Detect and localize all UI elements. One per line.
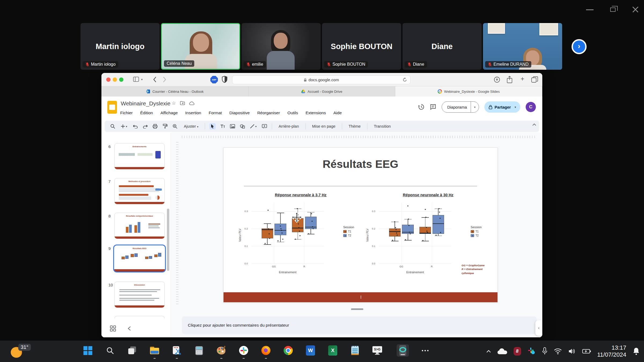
privacy-shield-icon[interactable] — [222, 76, 228, 83]
word-button[interactable]: W — [304, 344, 317, 357]
transition-button[interactable]: Transition — [372, 123, 393, 130]
menu-item[interactable]: Insertion — [185, 110, 201, 115]
slide-thumbnail-partial[interactable] — [114, 316, 165, 319]
excel-button[interactable]: X — [327, 344, 339, 357]
url-field[interactable]: docs.google.com — [232, 75, 411, 84]
tray-red-app-icon[interactable]: 8 — [514, 347, 521, 356]
notepad-button[interactable] — [349, 344, 361, 357]
share-button[interactable]: Partager ▾ — [484, 101, 520, 113]
traffic-light-close[interactable] — [106, 77, 111, 82]
more-apps-button[interactable] — [419, 344, 431, 357]
menu-item[interactable]: Diapositive — [229, 110, 250, 115]
file-explorer-button[interactable] — [148, 344, 161, 357]
new-tab-icon[interactable]: + — [521, 75, 524, 83]
slide-thumbnail-7[interactable]: Méthodes et procédure — [114, 178, 165, 204]
filmstrip-scrollbar[interactable] — [167, 209, 169, 271]
slide-thumbnail-10[interactable]: Discussion — [114, 282, 165, 308]
cloud-status-icon[interactable] — [189, 101, 195, 105]
tray-slack-icon[interactable] — [528, 347, 536, 355]
notification-bell-icon[interactable] — [633, 347, 640, 355]
slide-thumbnail-9[interactable]: Résultats EEG — [113, 245, 166, 272]
layout-button[interactable]: Mise en page — [310, 123, 338, 130]
participant-tile-emilie[interactable]: emilie — [241, 23, 321, 70]
weather-widget[interactable]: 31° — [4, 343, 45, 359]
fit-zoom-select[interactable]: Ajuster ▾ — [182, 123, 200, 130]
downloads-icon[interactable] — [494, 76, 500, 83]
participant-tile-emeline[interactable]: Emeline DURAND — [483, 23, 562, 70]
firefox-button[interactable] — [260, 344, 272, 357]
menu-item[interactable]: Outils — [287, 110, 298, 115]
boxplot-chart-30hz[interactable]: Valeur PLV 0.00.10.20.3GGR Entrainement … — [367, 200, 489, 276]
share-dropdown-icon[interactable]: ▾ — [513, 106, 518, 109]
speaker-notes-panel[interactable]: Cliquez pour ajouter les commentaires du… — [182, 316, 537, 334]
next-participants-button[interactable]: › — [572, 39, 587, 54]
collapse-notes-icon[interactable]: ‹ — [535, 320, 542, 336]
collapse-menus-icon[interactable] — [532, 123, 536, 126]
star-icon[interactable]: ☆ — [172, 100, 176, 106]
boxplot-chart-3-7hz[interactable]: Valeur PLV 0.00.10.20.3GGR Entrainement … — [240, 200, 362, 276]
slide-title[interactable]: Résultats EEG — [224, 158, 497, 171]
theme-button[interactable]: Thème — [346, 123, 363, 130]
insert-line-icon[interactable]: ▾ — [249, 123, 258, 130]
task-view-button[interactable] — [126, 344, 138, 357]
back-icon[interactable] — [153, 76, 157, 83]
minimize-window-icon[interactable] — [586, 9, 594, 10]
clock[interactable]: 13:17 11/07/2024 — [597, 344, 626, 358]
participant-tile-sophie[interactable]: Sophie BOUTON Sophie BOUTON — [322, 23, 401, 70]
chevron-down-icon[interactable]: ▾ — [141, 78, 143, 81]
new-slide-button[interactable]: ▾ — [119, 123, 129, 130]
screen-share-button[interactable]: S>G — [371, 344, 383, 357]
slide-canvas[interactable]: Résultats EEG Réponse neuronale à 3,7 Hz… — [223, 147, 498, 302]
participant-tile-diane[interactable]: Diane Diane — [402, 23, 482, 70]
battery-icon[interactable] — [582, 349, 591, 354]
print-icon[interactable] — [152, 123, 158, 130]
slideshow-dropdown-icon[interactable]: ▾ — [471, 102, 479, 112]
tab-slides[interactable]: G Webinaire_Dyslexie - Google Slides — [395, 86, 542, 97]
chrome-button[interactable] — [282, 344, 294, 357]
undo-icon[interactable] — [132, 123, 138, 130]
tab-outlook[interactable]: Courrier - Céléna Neau - Outlook — [101, 86, 248, 97]
doc-title[interactable]: Webinaire_Dyslexie — [121, 100, 170, 107]
insert-comment-icon[interactable] — [261, 123, 268, 130]
search-menus-icon[interactable] — [109, 123, 116, 130]
wifi-icon[interactable] — [554, 348, 562, 354]
insert-image-icon[interactable] — [229, 123, 236, 130]
forward-icon[interactable] — [163, 76, 166, 83]
menu-item[interactable]: Format — [209, 110, 222, 115]
move-folder-icon[interactable] — [180, 101, 185, 105]
background-button[interactable]: Arrière-plan — [276, 123, 301, 130]
slack-button[interactable] — [237, 344, 250, 357]
microphone-icon[interactable] — [542, 347, 547, 355]
tab-drive[interactable]: Accueil - Google Drive — [248, 86, 396, 97]
insert-shape-icon[interactable] — [239, 123, 246, 130]
snipping-tool-button[interactable] — [171, 344, 183, 357]
zoom-in-icon[interactable] — [172, 123, 178, 130]
text-box-icon[interactable] — [219, 123, 226, 130]
participant-tile-martin[interactable]: Martin iologo Martin iologo — [80, 23, 160, 70]
notes-resize-handle[interactable] — [351, 308, 363, 310]
restore-window-icon[interactable] — [610, 8, 616, 12]
start-button[interactable] — [82, 344, 94, 357]
participant-tile-celena[interactable]: Céléna Neau — [161, 23, 240, 70]
sidebar-toggle-icon[interactable] — [133, 77, 140, 82]
phone-link-button[interactable] — [397, 344, 409, 357]
menu-item[interactable]: Extensions — [306, 110, 326, 115]
onedrive-icon[interactable] — [497, 348, 507, 354]
menu-item[interactable]: Fichier — [120, 110, 133, 115]
share-icon[interactable] — [507, 76, 513, 83]
tray-expand-icon[interactable] — [486, 350, 491, 353]
account-avatar[interactable]: C — [526, 102, 536, 112]
paint-format-icon[interactable] — [162, 123, 168, 130]
chart-left-header[interactable]: Réponse neuronale à 3,7 Hz — [240, 193, 362, 197]
traffic-light-zoom[interactable] — [119, 77, 123, 82]
slideshow-button[interactable]: Diaporama ▾ — [442, 101, 479, 113]
traffic-light-minimize[interactable] — [113, 77, 117, 82]
calculator-button[interactable] — [193, 344, 205, 357]
volume-icon[interactable] — [568, 348, 576, 354]
tab-overview-icon[interactable] — [531, 76, 538, 83]
menu-item[interactable]: Affichage — [160, 110, 178, 115]
menu-item[interactable]: Réorganiser — [257, 110, 280, 115]
slide-thumbnail-8[interactable]: Résultats comportementaux — [114, 213, 165, 239]
close-window-icon[interactable] — [632, 6, 639, 13]
redo-icon[interactable] — [142, 123, 148, 130]
